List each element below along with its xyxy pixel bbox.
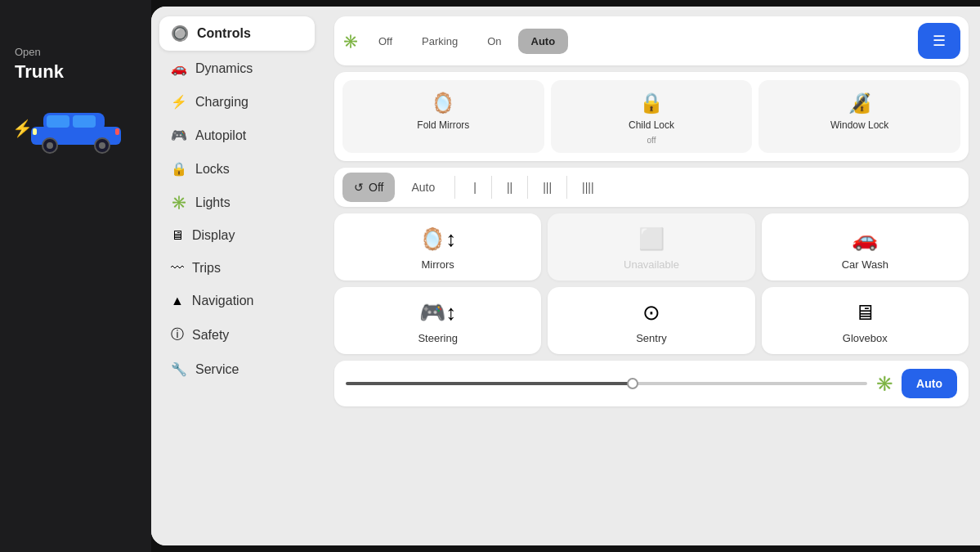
lights-sun-icon: ✳️ — [171, 195, 187, 210]
trunk-name: Trunk — [15, 60, 64, 85]
svg-rect-8 — [115, 128, 119, 135]
lightning-bolt-icon: ⚡ — [12, 119, 33, 138]
autopilot-steering-icon: 🎮 — [171, 128, 187, 143]
svg-rect-9 — [33, 128, 37, 135]
svg-point-5 — [99, 142, 105, 149]
lights-off-button[interactable]: Off — [365, 29, 405, 54]
mirrors-button[interactable]: 🪞↕ Mirrors — [334, 213, 541, 280]
car-illustration — [27, 98, 125, 155]
sentry-icon: ⊙ — [642, 300, 660, 325]
window-lock-button[interactable]: 🔏 Window Lock — [758, 80, 960, 153]
sidebar-label-charging: Charging — [195, 95, 248, 110]
lights-controls-row: ✳️ Off Parking On Auto ☰ — [334, 16, 969, 65]
sidebar-label-trips: Trips — [192, 261, 221, 276]
brightness-slider-track[interactable] — [346, 382, 867, 385]
wiper-controls-row: ↺ Off Auto | || ||| — [334, 168, 969, 207]
trips-icon: 〰 — [171, 261, 184, 276]
sidebar-label-safety: Safety — [192, 328, 229, 343]
wiper-icon: ↺ — [354, 181, 364, 194]
sidebar-item-controls[interactable]: 🔘 Controls — [159, 16, 315, 51]
display-icon: 🖥 — [171, 228, 184, 243]
sidebar-item-dynamics[interactable]: 🚗 Dynamics — [159, 52, 315, 84]
service-wrench-icon: 🔧 — [171, 361, 187, 377]
sidebar-item-display[interactable]: 🖥 Display — [159, 220, 315, 251]
wiper-speed-1[interactable]: | — [462, 173, 488, 202]
sidebar-label-display: Display — [192, 228, 235, 243]
lights-parking-button[interactable]: Parking — [409, 29, 471, 54]
car-wash-icon: 🚗 — [852, 227, 878, 252]
lights-small-icon: ✳️ — [342, 34, 359, 49]
sidebar-item-service[interactable]: 🔧 Service — [159, 353, 315, 385]
action-grid-row2: 🎮↕ Steering ⊙ Sentry 🖥 Glovebox — [334, 287, 969, 354]
sidebar-item-trips[interactable]: 〰 Trips — [159, 253, 315, 284]
sidebar-label-navigation: Navigation — [192, 294, 254, 308]
sidebar-label-controls: Controls — [197, 26, 251, 41]
wiper-speed-3[interactable]: ||| — [531, 173, 563, 202]
window-lock-icon: 🔏 — [848, 92, 872, 114]
svg-point-3 — [47, 142, 53, 149]
safety-icon: ⓘ — [171, 326, 184, 343]
sidebar-label-locks: Locks — [195, 162, 230, 177]
lights-auto-button[interactable]: Auto — [518, 29, 569, 54]
steering-button[interactable]: 🎮↕ Steering — [334, 287, 541, 354]
wiper-speed-divider3 — [527, 176, 528, 199]
brightness-control-row: ✳️ Auto — [334, 361, 969, 406]
locks-icon: 🔒 — [171, 161, 187, 177]
wiper-speed-2[interactable]: || — [495, 173, 524, 202]
wiper-off-button[interactable]: ↺ Off — [342, 173, 395, 202]
sentry-button[interactable]: ⊙ Sentry — [548, 287, 754, 354]
lights-menu-button[interactable]: ☰ — [918, 23, 960, 59]
sidebar-item-locks[interactable]: 🔒 Locks — [159, 153, 315, 185]
sidebar-item-lights[interactable]: ✳️ Lights — [159, 186, 315, 218]
controls-toggle-icon: 🔘 — [171, 25, 189, 43]
wiper-auto-button[interactable]: Auto — [398, 173, 448, 202]
sidebar-item-navigation[interactable]: ▲ Navigation — [159, 285, 315, 316]
glovebox-icon: 🖥 — [854, 300, 875, 325]
sidebar-label-dynamics: Dynamics — [195, 61, 253, 76]
unavailable-button[interactable]: ⬜ Unavailable — [548, 213, 754, 280]
sidebar-item-charging[interactable]: ⚡ Charging — [159, 86, 315, 118]
unavailable-icon: ⬜ — [638, 227, 665, 252]
car-wash-button[interactable]: 🚗 Car Wash — [762, 213, 969, 280]
wiper-speed-divider2 — [491, 176, 492, 199]
sidebar: 🔘 Controls 🚗 Dynamics ⚡ Charging 🎮 Autop… — [151, 7, 323, 545]
list-icon: ☰ — [933, 32, 946, 50]
brightness-auto-button[interactable]: Auto — [902, 369, 957, 398]
fold-mirrors-button[interactable]: 🪞 Fold Mirrors — [342, 80, 544, 153]
action-grid-row1: 🪞↕ Mirrors ⬜ Unavailable 🚗 Car Wash — [334, 213, 969, 280]
sidebar-label-autopilot: Autopilot — [195, 128, 246, 143]
brightness-sun-icon: ✳️ — [875, 375, 893, 393]
navigation-icon: ▲ — [171, 294, 184, 308]
lights-on-button[interactable]: On — [474, 29, 514, 54]
sidebar-label-lights: Lights — [195, 195, 230, 210]
steering-icon: 🎮↕ — [419, 300, 456, 325]
svg-rect-7 — [73, 115, 96, 128]
controls-panel: ✳️ Off Parking On Auto ☰ — [323, 7, 980, 545]
charging-bolt-icon: ⚡ — [171, 94, 187, 110]
dynamics-car-icon: 🚗 — [171, 61, 187, 76]
wiper-speed-divider — [454, 176, 455, 199]
mirrors-icon: 🪞↕ — [419, 227, 456, 252]
fold-mirrors-icon: 🪞 — [431, 92, 455, 114]
wiper-speed-divider4 — [566, 176, 567, 199]
wiper-speed-4[interactable]: |||| — [571, 173, 606, 202]
glovebox-button[interactable]: 🖥 Glovebox — [762, 287, 969, 354]
sidebar-label-service: Service — [195, 362, 239, 377]
lock-controls-row: 🪞 Fold Mirrors 🔒 Child Lock off 🔏 Window… — [334, 72, 969, 161]
trunk-label: Open Trunk — [15, 45, 64, 85]
sidebar-item-safety[interactable]: ⓘ Safety — [159, 318, 315, 352]
svg-rect-6 — [47, 115, 69, 128]
child-lock-button[interactable]: 🔒 Child Lock off — [551, 80, 753, 153]
child-lock-icon: 🔒 — [639, 92, 664, 114]
sidebar-item-autopilot[interactable]: 🎮 Autopilot — [159, 119, 315, 151]
